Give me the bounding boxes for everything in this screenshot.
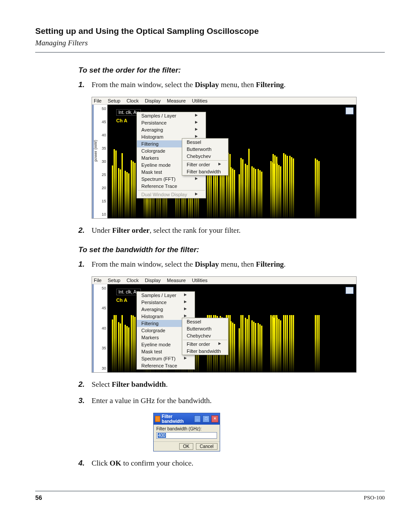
step-3-bandwidth: 3. Enter a value in GHz for the bandwidt… <box>78 395 385 407</box>
step-2-bandwidth: 2. Select Filter bandwidth. <box>78 379 385 390</box>
submenu-item-filter-bandwidth[interactable]: Filter bandwidth <box>182 168 228 175</box>
menu-display[interactable]: Display <box>145 98 161 103</box>
menu-item-reference-trace[interactable]: Reference Trace <box>137 183 206 190</box>
header-rule <box>35 52 385 53</box>
menu-file[interactable]: File <box>94 278 102 283</box>
submenu-item-butterworth[interactable]: Butterworth <box>182 325 228 332</box>
menu-item-averaging[interactable]: Averaging▶ <box>137 126 206 133</box>
bandwidth-field-label: Filter bandwidth (GHz): <box>156 426 217 431</box>
menu-item-reference-trace[interactable]: Reference Trace <box>137 362 195 369</box>
section-subtitle: Managing Filters <box>35 39 385 48</box>
plot-area: 50 45 40 35 30 Int. clk, Au Ch A Samples… <box>92 284 356 372</box>
step-2-order: 2. Under Filter order, select the rank f… <box>78 225 385 236</box>
step-1-order: 1. From the main window, select the Disp… <box>78 79 385 91</box>
menu-display[interactable]: Display <box>145 278 161 283</box>
dialog-button-row: OK Cancel <box>154 441 220 451</box>
step-body: From the main window, select the Display… <box>92 259 385 270</box>
bandwidth-input[interactable]: 400 <box>156 432 217 439</box>
menu-setup[interactable]: Setup <box>108 278 121 283</box>
chapter-title: Setting up and Using the Optical Samplin… <box>35 26 385 36</box>
app-menubar: File Setup Clock Display Measure Utiliti… <box>92 277 356 284</box>
menu-utilities[interactable]: Utilities <box>192 98 207 103</box>
ok-button[interactable]: OK <box>179 443 193 450</box>
filtering-submenu: Bessel Butterworth Chebychev Filter orde… <box>182 138 228 176</box>
content-area: To set the order for the filter: 1. From… <box>78 66 385 469</box>
menu-item-spectrum-fft[interactable]: Spectrum (FFT)▶ <box>137 176 206 183</box>
menu-item-persistance[interactable]: Persistance▶ <box>137 299 195 306</box>
dialog-body: Filter bandwidth (GHz): 400 <box>154 425 220 441</box>
menu-clock[interactable]: Clock <box>126 278 139 283</box>
menu-measure[interactable]: Measure <box>167 98 186 103</box>
menu-item-spectrum-fft[interactable]: Spectrum (FFT)▶ <box>137 355 195 362</box>
page-footer: 56 PSO-100 <box>35 491 385 501</box>
minimize-button[interactable]: _ <box>194 415 201 422</box>
step-number: 2. <box>78 379 92 390</box>
step-number: 1. <box>78 259 92 270</box>
step-number: 2. <box>78 225 92 236</box>
menu-file[interactable]: File <box>94 98 102 103</box>
plot-corner-icon[interactable] <box>346 107 354 114</box>
submenu-item-butterworth[interactable]: Butterworth <box>182 146 228 153</box>
y-axis-label: power (mW) <box>93 140 98 161</box>
menu-setup[interactable]: Setup <box>108 98 121 103</box>
close-button[interactable]: × <box>211 415 218 422</box>
step-body: Enter a value in GHz for the bandwidth. <box>92 395 385 407</box>
step-body: From the main window, select the Display… <box>92 79 385 91</box>
menu-clock[interactable]: Clock <box>126 98 139 103</box>
filter-bandwidth-dialog: Filter bandwidth _ □ × Filter bandwidth … <box>153 413 220 451</box>
filter-bandwidth-dialog-wrap: Filter bandwidth _ □ × Filter bandwidth … <box>153 413 385 451</box>
filtering-submenu: Bessel Butterworth Chebychev Filter orde… <box>182 318 228 355</box>
menu-item-samples-layer[interactable]: Samples / Layer▶ <box>137 292 195 299</box>
dialog-title-text: Filter bandwidth <box>162 414 191 424</box>
step-body: Select Filter bandwidth. <box>92 379 385 390</box>
app-icon <box>155 416 160 422</box>
screenshot-display-filtering-2: File Setup Clock Display Measure Utiliti… <box>92 276 357 373</box>
step-number: 4. <box>78 458 92 469</box>
step-1-bandwidth: 1. From the main window, select the Disp… <box>78 259 385 270</box>
menu-item-dual-window-display: Dual Window Display▶ <box>137 191 206 198</box>
submenu-item-chebychev[interactable]: Chebychev <box>182 153 228 160</box>
menu-measure[interactable]: Measure <box>167 278 186 283</box>
step-number: 1. <box>78 79 92 91</box>
menu-item-averaging[interactable]: Averaging▶ <box>137 306 195 313</box>
app-menubar: File Setup Clock Display Measure Utiliti… <box>92 97 356 105</box>
dialog-titlebar: Filter bandwidth _ □ × <box>154 413 220 425</box>
step-number: 3. <box>78 395 92 407</box>
submenu-item-filter-order[interactable]: Filter order▶ <box>182 161 228 168</box>
submenu-item-filter-bandwidth[interactable]: Filter bandwidth <box>182 348 228 355</box>
cancel-button[interactable]: Cancel <box>196 443 217 450</box>
maximize-button[interactable]: □ <box>203 415 210 422</box>
menu-item-persistance[interactable]: Persistance▶ <box>137 119 206 126</box>
menu-item-samples-layer[interactable]: Samples / Layer▶ <box>137 112 206 119</box>
page-number: 56 <box>35 494 42 501</box>
submenu-item-bessel[interactable]: Bessel <box>182 318 228 325</box>
step-body: Click OK to confirm your choice. <box>92 458 385 469</box>
submenu-item-bessel[interactable]: Bessel <box>182 139 228 146</box>
step-body: Under Filter order, select the rank for … <box>92 225 385 236</box>
menu-utilities[interactable]: Utilities <box>192 278 207 283</box>
step-4-bandwidth: 4. Click OK to confirm your choice. <box>78 458 385 469</box>
subheading-order: To set the order for the filter: <box>78 66 385 75</box>
y-axis-ticks: 50 45 40 35 30 <box>94 284 107 372</box>
submenu-item-filter-order[interactable]: Filter order▶ <box>182 341 228 348</box>
screenshot-display-filtering-1: File Setup Clock Display Measure Utiliti… <box>92 97 357 219</box>
plot-area: power (mW) 50 45 40 35 30 25 20 15 10 In… <box>92 105 356 218</box>
submenu-item-chebychev[interactable]: Chebychev <box>182 332 228 339</box>
subheading-bandwidth: To set the bandwidth for the filter: <box>78 246 385 254</box>
product-model: PSO-100 <box>364 494 385 501</box>
